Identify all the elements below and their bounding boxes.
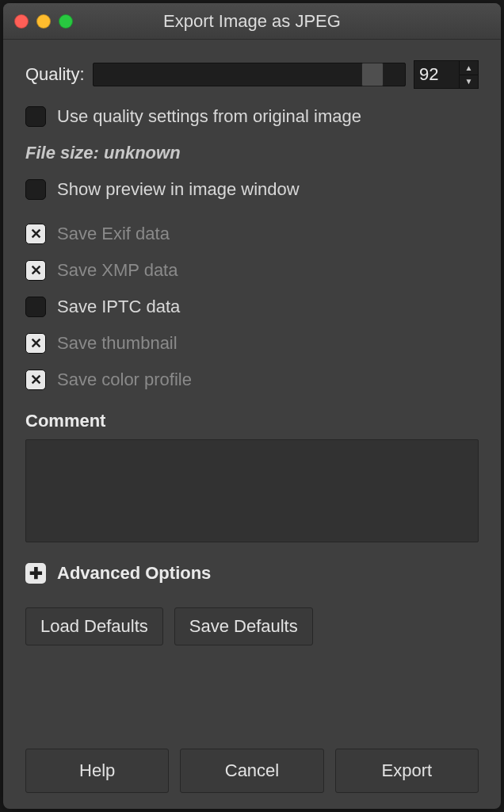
show-preview-checkbox[interactable] (25, 179, 46, 200)
quality-row: Quality: ▲ ▼ (25, 60, 479, 89)
show-preview-label: Show preview in image window (57, 179, 300, 200)
quality-input[interactable] (414, 60, 460, 89)
titlebar: Export Image as JPEG (3, 3, 501, 40)
advanced-options-label: Advanced Options (57, 563, 211, 584)
save-iptc-row: Save IPTC data (25, 297, 479, 317)
quality-slider-thumb[interactable] (361, 63, 384, 86)
comment-label: Comment (25, 411, 479, 431)
advanced-options-row[interactable]: ✚ Advanced Options (25, 563, 479, 584)
quality-spinbox: ▲ ▼ (414, 60, 479, 89)
help-button[interactable]: Help (25, 749, 169, 793)
check-icon: ✕ (30, 336, 42, 350)
save-iptc-checkbox[interactable] (25, 297, 46, 317)
save-color-profile-checkbox[interactable]: ✕ (25, 370, 46, 390)
check-icon: ✕ (30, 227, 42, 241)
defaults-row: Load Defaults Save Defaults (25, 607, 479, 645)
save-defaults-button[interactable]: Save Defaults (174, 607, 313, 645)
show-preview-row: Show preview in image window (25, 179, 479, 200)
quality-spin-buttons: ▲ ▼ (460, 60, 479, 89)
quality-slider[interactable] (93, 63, 406, 86)
save-iptc-label: Save IPTC data (57, 297, 180, 317)
comment-textarea[interactable] (25, 439, 479, 542)
window-title: Export Image as JPEG (3, 11, 501, 32)
save-exif-checkbox[interactable]: ✕ (25, 224, 46, 244)
save-xmp-row: ✕ Save XMP data (25, 260, 479, 281)
use-original-quality-row: Use quality settings from original image (25, 106, 479, 127)
export-jpeg-dialog: Export Image as JPEG Quality: ▲ ▼ Use qu… (3, 3, 501, 809)
save-xmp-label: Save XMP data (57, 260, 178, 281)
save-color-profile-label: Save color profile (57, 370, 192, 390)
use-original-quality-checkbox[interactable] (25, 106, 46, 127)
save-thumbnail-row: ✕ Save thumbnail (25, 333, 479, 354)
footer-buttons: Help Cancel Export (25, 749, 479, 793)
save-thumbnail-label: Save thumbnail (57, 333, 178, 354)
zoom-window-button[interactable] (59, 14, 73, 29)
check-icon: ✕ (30, 373, 42, 387)
cancel-button[interactable]: Cancel (180, 749, 323, 793)
quality-step-down[interactable]: ▼ (460, 75, 478, 89)
save-xmp-checkbox[interactable]: ✕ (25, 260, 46, 281)
file-size-text: File size: unknown (25, 143, 479, 163)
minimize-window-button[interactable] (36, 14, 51, 29)
load-defaults-button[interactable]: Load Defaults (25, 607, 163, 645)
window-controls (14, 14, 73, 29)
check-icon: ✕ (30, 263, 42, 278)
expand-icon: ✚ (25, 563, 46, 584)
close-window-button[interactable] (14, 14, 29, 29)
dialog-content: Quality: ▲ ▼ Use quality settings from o… (3, 40, 501, 809)
save-color-profile-row: ✕ Save color profile (25, 370, 479, 390)
quality-label: Quality: (25, 64, 85, 85)
quality-step-up[interactable]: ▲ (460, 61, 478, 75)
export-button[interactable]: Export (335, 749, 479, 793)
use-original-quality-label: Use quality settings from original image (57, 106, 361, 127)
save-thumbnail-checkbox[interactable]: ✕ (25, 333, 46, 354)
save-exif-label: Save Exif data (57, 224, 170, 244)
save-exif-row: ✕ Save Exif data (25, 224, 479, 244)
